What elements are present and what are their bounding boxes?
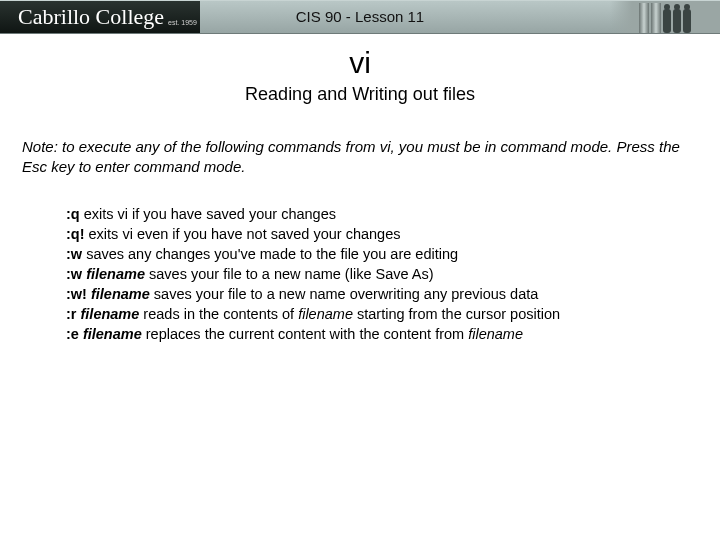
cmd-arg2: filename	[298, 306, 353, 322]
header-decoration	[610, 1, 720, 33]
header-bar: Cabrillo College est. 1959 CIS 90 - Less…	[0, 0, 720, 34]
note-text: Note: to execute any of the following co…	[22, 137, 698, 178]
cmd-desc: saves your file to a new name (like Save…	[145, 266, 434, 282]
list-item: :q exits vi if you have saved your chang…	[66, 204, 630, 224]
cmd-desc: saves your file to a new name overwritin…	[150, 286, 538, 302]
list-item: :q! exits vi even if you have not saved …	[66, 224, 630, 244]
cmd-desc: exits vi even if you have not saved your…	[85, 226, 401, 242]
cmd-text: :r	[66, 306, 81, 322]
cmd-desc-a: replaces the current content with the co…	[142, 326, 468, 342]
page-title: vi	[0, 48, 720, 78]
list-item: :w filename saves your file to a new nam…	[66, 264, 630, 284]
cmd-text: :q!	[66, 226, 85, 242]
cmd-arg: filename	[86, 266, 145, 282]
cmd-arg: filename	[81, 306, 140, 322]
list-item: :e filename replaces the current content…	[66, 324, 630, 344]
cmd-text: :q	[66, 206, 80, 222]
cmd-text: :w	[66, 266, 86, 282]
cmd-text: :e	[66, 326, 83, 342]
cmd-arg2: filename	[468, 326, 523, 342]
command-list: :q exits vi if you have saved your chang…	[66, 204, 630, 344]
cmd-text: :w!	[66, 286, 91, 302]
list-item: :w! filename saves your file to a new na…	[66, 284, 630, 304]
cmd-desc-b: starting from the cursor position	[353, 306, 560, 322]
list-item: :r filename reads in the contents of fil…	[66, 304, 630, 324]
logo-subtext: est. 1959	[168, 19, 197, 26]
page-subtitle: Reading and Writing out files	[0, 84, 720, 105]
cmd-desc: exits vi if you have saved your changes	[80, 206, 336, 222]
cmd-text: :w	[66, 246, 82, 262]
logo-text: Cabrillo College	[18, 6, 164, 28]
college-logo: Cabrillo College est. 1959	[0, 1, 200, 33]
cmd-desc: saves any changes you've made to the fil…	[82, 246, 458, 262]
cmd-arg: filename	[91, 286, 150, 302]
cmd-arg: filename	[83, 326, 142, 342]
list-item: :w saves any changes you've made to the …	[66, 244, 630, 264]
cmd-desc-a: reads in the contents of	[139, 306, 298, 322]
